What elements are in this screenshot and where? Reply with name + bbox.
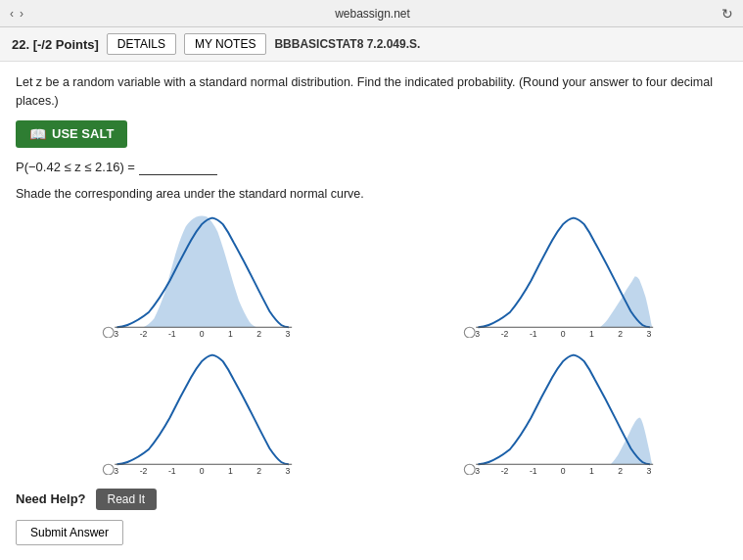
svg-text:3: 3 — [646, 465, 651, 474]
svg-point-26 — [103, 464, 114, 475]
svg-text:1: 1 — [228, 328, 233, 337]
curves-grid: -3 -2 -1 0 1 2 3 — [16, 210, 727, 475]
need-help-label: Need Help? — [16, 491, 86, 506]
curve-1[interactable]: -3 -2 -1 0 1 2 3 — [16, 210, 367, 338]
svg-text:-1: -1 — [168, 328, 176, 337]
svg-text:-2: -2 — [140, 465, 148, 474]
svg-text:1: 1 — [588, 328, 593, 337]
browser-reload-icon[interactable]: ↻ — [721, 6, 733, 22]
browser-url: webassign.net — [23, 7, 721, 21]
svg-text:0: 0 — [560, 465, 565, 474]
svg-point-17 — [464, 327, 475, 338]
question-number: 22. [-/2 Points] — [12, 37, 99, 52]
shade-instruction: Shade the corresponding area under the s… — [16, 187, 727, 201]
svg-text:-1: -1 — [529, 328, 536, 337]
browser-bar: ‹ › webassign.net ↻ — [0, 0, 743, 27]
svg-text:3: 3 — [285, 465, 290, 474]
svg-text:0: 0 — [200, 465, 205, 474]
svg-text:-1: -1 — [529, 465, 536, 474]
need-help-row: Need Help? Read It — [16, 489, 727, 510]
curve-3[interactable]: -3 -2 -1 0 1 2 3 — [16, 348, 367, 475]
salt-icon: 📖 — [29, 126, 46, 142]
svg-text:3: 3 — [285, 328, 290, 337]
mynotes-button[interactable]: MY NOTES — [184, 33, 266, 55]
page-container: 22. [-/2 Points] DETAILS MY NOTES BBBASI… — [0, 27, 743, 560]
submit-answer-button[interactable]: Submit Answer — [16, 520, 123, 545]
svg-text:-2: -2 — [500, 465, 508, 474]
svg-text:-2: -2 — [500, 328, 508, 337]
svg-point-35 — [464, 464, 475, 475]
svg-text:3: 3 — [646, 328, 651, 337]
browser-nav: ‹ › — [10, 7, 23, 21]
svg-text:-2: -2 — [140, 328, 148, 337]
use-salt-label: USE SALT — [52, 126, 114, 141]
read-it-button[interactable]: Read It — [96, 489, 158, 510]
use-salt-button[interactable]: 📖 USE SALT — [16, 120, 127, 148]
content-area: Let z be a random variable with a standa… — [0, 62, 743, 560]
svg-text:-1: -1 — [168, 465, 176, 474]
svg-point-8 — [103, 327, 114, 338]
instruction-text: Let z be a random variable with a standa… — [16, 73, 727, 111]
question-code: BBBASICSTAT8 7.2.049.S. — [274, 37, 420, 51]
probability-input[interactable] — [139, 160, 217, 175]
curve-2[interactable]: -3 -2 -1 0 1 2 3 — [377, 210, 728, 338]
probability-label: P(−0.42 ≤ z ≤ 2.16) = — [16, 160, 135, 174]
nav-back-icon[interactable]: ‹ — [10, 7, 14, 21]
svg-text:2: 2 — [256, 328, 261, 337]
svg-text:0: 0 — [560, 328, 565, 337]
svg-text:0: 0 — [200, 328, 205, 337]
svg-text:2: 2 — [618, 465, 623, 474]
svg-text:1: 1 — [588, 465, 593, 474]
curve-4[interactable]: -3 -2 -1 0 1 2 3 — [377, 348, 728, 475]
details-button[interactable]: DETAILS — [107, 33, 176, 55]
question-header: 22. [-/2 Points] DETAILS MY NOTES BBBASI… — [0, 27, 743, 62]
svg-text:2: 2 — [256, 465, 261, 474]
probability-line: P(−0.42 ≤ z ≤ 2.16) = — [16, 160, 727, 175]
svg-text:1: 1 — [228, 465, 233, 474]
svg-text:2: 2 — [618, 328, 623, 337]
